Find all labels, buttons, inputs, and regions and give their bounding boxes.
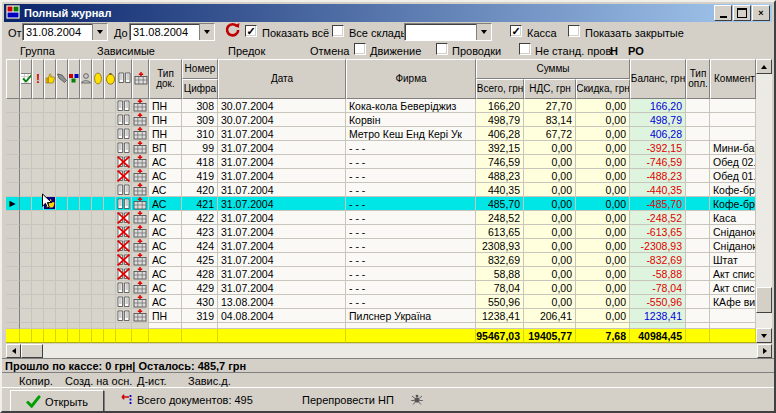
table-row[interactable]: АС43013.08.2004- - -550,960,000,00-550,9… [6, 295, 756, 309]
show-closed-checkbox[interactable] [568, 25, 580, 37]
scroll-up-button[interactable] [756, 59, 772, 74]
table-row[interactable]: АС42031.07.2004- - -440,350,000,00-440,3… [6, 183, 756, 197]
close-button[interactable]: × [752, 5, 770, 21]
table-row[interactable]: АС42431.07.2004- - -2308,930,000,00-2308… [6, 239, 756, 253]
header-firm[interactable]: Фирма [346, 59, 476, 99]
h-toggle[interactable]: Н [610, 45, 618, 57]
open-button[interactable]: Открыть [10, 390, 104, 413]
header-hammer-icon[interactable] [56, 59, 68, 99]
cell-payment [686, 239, 710, 253]
row-selector[interactable] [6, 169, 20, 183]
depend-action[interactable]: Завис.д. [188, 375, 231, 387]
header-total[interactable]: Всего, грн [476, 79, 524, 99]
header-book-icon[interactable] [116, 59, 132, 99]
to-date-dropdown-button[interactable] [199, 24, 214, 40]
row-selector[interactable] [6, 239, 20, 253]
dependents-button[interactable]: Зависимые [97, 45, 155, 57]
cell-vat: 27,70 [524, 99, 576, 113]
vertical-scrollbar[interactable] [756, 59, 772, 343]
scroll-left-button[interactable] [6, 344, 21, 358]
warehouse-dropdown-button[interactable] [476, 24, 491, 40]
row-selector[interactable] [6, 127, 20, 141]
from-date-input[interactable]: 31.08.2004 [22, 23, 108, 41]
postings-checkbox[interactable] [436, 43, 448, 55]
spider-icon[interactable] [410, 392, 424, 408]
all-warehouses-checkbox[interactable] [332, 25, 344, 37]
header-money-drop-icon[interactable] [104, 59, 116, 99]
header-number[interactable]: Номер [182, 59, 218, 79]
row-selector[interactable] [6, 281, 20, 295]
header-person-icon[interactable] [80, 59, 92, 99]
table-row[interactable]: ПН30930.07.2004Корвін498,7983,140,00498,… [6, 113, 756, 127]
header-discount[interactable]: Скидка, грн [576, 79, 630, 99]
scroll-down-button[interactable] [756, 328, 772, 343]
table-row[interactable]: ▶АС42131.07.2004- - -485,700,000,00-485,… [6, 197, 756, 211]
refresh-button[interactable] [224, 22, 241, 38]
nonstd-checkbox[interactable] [519, 43, 531, 55]
maximize-button[interactable] [733, 5, 751, 21]
create-based-action[interactable]: Созд. на осн. [65, 375, 132, 387]
show-all-checkbox[interactable]: ✓ [245, 25, 257, 37]
group-button[interactable]: Группа [20, 45, 55, 57]
to-date-input[interactable]: 31.08.2004 [129, 23, 215, 41]
scroll-right-button[interactable] [757, 344, 772, 358]
header-vat[interactable]: НДС, грн [524, 79, 576, 99]
header-grid-check-icon[interactable] [20, 59, 32, 99]
header-drop-icon[interactable] [92, 59, 104, 99]
cell-date: 13.08.2004 [218, 295, 346, 309]
header-number-sub[interactable]: Цифра [182, 79, 218, 99]
titlebar[interactable]: Полный журнал × [4, 4, 772, 22]
row-selector[interactable] [6, 267, 20, 281]
minimize-button[interactable] [714, 5, 732, 21]
header-payment[interactable]: Тип опл. [686, 59, 710, 99]
from-date-dropdown-button[interactable] [92, 24, 107, 40]
row-selector[interactable] [6, 183, 20, 197]
header-date[interactable]: Дата [218, 59, 346, 99]
row-selector[interactable]: ▶ [6, 197, 20, 211]
header-blocks-icon[interactable] [68, 59, 80, 99]
row-selector[interactable] [6, 253, 20, 267]
row-selector[interactable] [6, 225, 20, 239]
horizontal-scroll-thumb[interactable] [21, 344, 43, 358]
copy-action[interactable]: Копир. [19, 375, 53, 387]
header-balance[interactable]: Баланс, грн [630, 59, 686, 99]
row-selector[interactable] [6, 309, 20, 323]
ancestor-button[interactable]: Предок [228, 45, 265, 57]
row-selector[interactable] [6, 211, 20, 225]
table-row[interactable]: ПН30830.07.2004Кока-кола Беверіджиз166,2… [6, 99, 756, 113]
row-selector[interactable] [6, 295, 20, 309]
icon-cell [20, 183, 32, 197]
cell-firm: Кока-кола Беверіджиз [346, 99, 476, 113]
vertical-scroll-thumb[interactable] [756, 287, 772, 313]
table-row[interactable]: АС42231.07.2004- - -248,520,000,00-248,5… [6, 211, 756, 225]
dhist-action[interactable]: Д-ист. [137, 375, 167, 387]
table-row[interactable]: АС41831.07.2004- - -746,590,000,00-746,5… [6, 155, 756, 169]
table-row[interactable]: АС42331.07.2004- - -613,650,000,00-613,6… [6, 225, 756, 239]
register-icon [132, 197, 149, 211]
row-selector[interactable] [6, 141, 20, 155]
table-row[interactable]: АС42831.07.2004- - -58,880,000,00-58,88А… [6, 267, 756, 281]
kassa-checkbox[interactable]: ✓ [510, 25, 522, 37]
po-toggle[interactable]: РО [628, 45, 644, 57]
warehouse-combobox[interactable] [404, 23, 492, 41]
movement-checkbox[interactable] [354, 43, 366, 55]
cancel-button[interactable]: Отмена [310, 45, 349, 57]
cell-number: 430 [182, 295, 218, 309]
table-row[interactable]: ВП9931.07.2004- - -392,150,000,00-392,15… [6, 141, 756, 155]
horizontal-scrollbar[interactable] [6, 344, 772, 358]
table-row[interactable]: ПН31031.07.2004Метро Кеш Енд Кері Ук406,… [6, 127, 756, 141]
header-thumb-icon[interactable] [44, 59, 56, 99]
row-selector[interactable] [6, 155, 20, 169]
header-register-icon[interactable] [132, 59, 149, 99]
header-doc-type[interactable]: Тип док. [149, 59, 182, 99]
icon-cell [56, 295, 68, 309]
row-selector[interactable] [6, 99, 20, 113]
header-comment[interactable]: Комментарий [710, 59, 756, 99]
table-row[interactable]: ПН31904.08.2004Пилснер Україна1238,41206… [6, 309, 756, 323]
table-row[interactable]: АС42931.07.2004- - -78,040,000,00-78,04А… [6, 281, 756, 295]
row-selector[interactable] [6, 113, 20, 127]
header-exclamation-icon[interactable]: ! [32, 59, 44, 99]
reprocess-button[interactable]: Перепровести НП [302, 394, 394, 406]
table-row[interactable]: АС41931.07.2004- - -488,230,000,00-488,2… [6, 169, 756, 183]
table-row[interactable]: АС42531.07.2004- - -832,690,000,00-832,6… [6, 253, 756, 267]
